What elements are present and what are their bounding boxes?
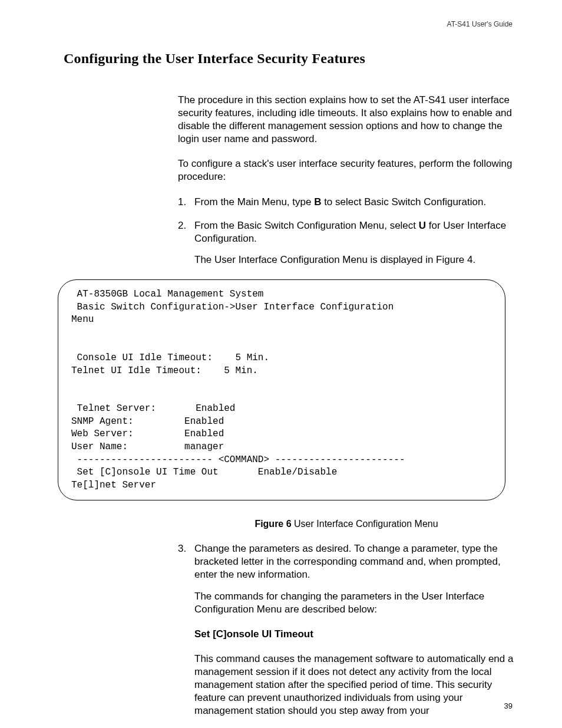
figure-caption-text: User Interface Configuration Menu bbox=[292, 519, 438, 529]
page-number: 39 bbox=[504, 701, 513, 710]
page-title: Configuring the User Interface Security … bbox=[64, 51, 515, 67]
intro-paragraph-2: To configure a stack's user interface se… bbox=[178, 157, 515, 183]
step-2: From the Basic Switch Configuration Menu… bbox=[178, 219, 515, 266]
command-heading: Set [C]onsole UI Timeout bbox=[194, 628, 515, 641]
step-2-bold-key: U bbox=[419, 220, 426, 231]
step-1-bold-key: B bbox=[314, 196, 321, 207]
command-body: This command causes the management softw… bbox=[194, 653, 515, 717]
step-1-post: to select Basic Switch Configuration. bbox=[321, 196, 486, 207]
step-2-pre: From the Basic Switch Configuration Menu… bbox=[194, 220, 419, 231]
step-1: From the Main Menu, type B to select Bas… bbox=[178, 196, 515, 209]
step-3-sub: The commands for changing the parameters… bbox=[194, 590, 515, 616]
step-2-sub: The User Interface Configuration Menu is… bbox=[194, 253, 515, 266]
step-1-pre: From the Main Menu, type bbox=[194, 196, 314, 207]
step-3-main: Change the parameters as desired. To cha… bbox=[194, 543, 501, 580]
figure-terminal-box: AT-8350GB Local Management System Basic … bbox=[58, 279, 505, 501]
figure-label: Figure 6 bbox=[254, 519, 291, 529]
intro-paragraph-1: The procedure in this section explains h… bbox=[178, 94, 515, 146]
header-guide-title: AT-S41 User's Guide bbox=[447, 20, 513, 28]
figure-caption: Figure 6 User Interface Configuration Me… bbox=[178, 518, 515, 531]
step-3: Change the parameters as desired. To cha… bbox=[178, 542, 515, 717]
